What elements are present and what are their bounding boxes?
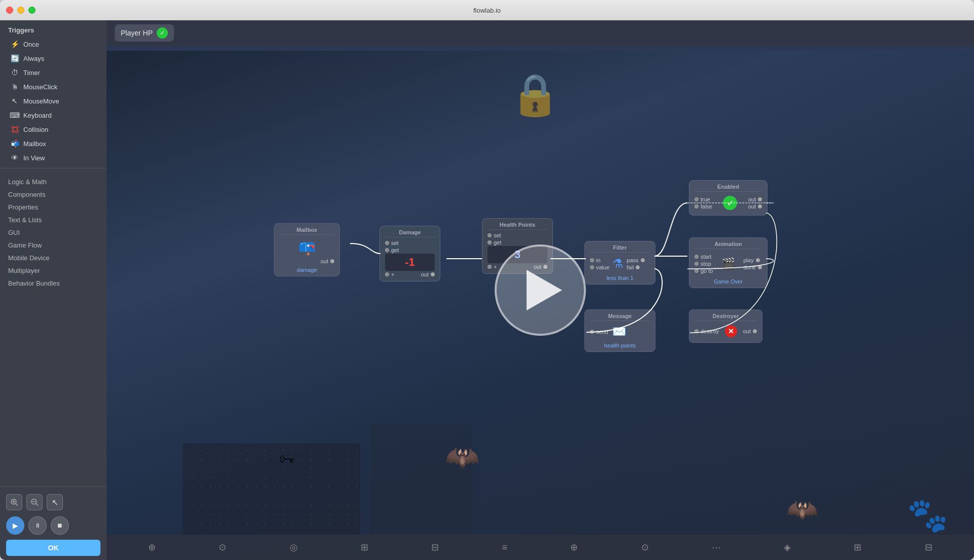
keyboard-icon: ⌨ bbox=[10, 111, 19, 120]
toolbar-icon-4[interactable]: ⊞ bbox=[361, 542, 368, 553]
animation-node[interactable]: Animation start stop bbox=[689, 237, 768, 288]
enabled-check-icon: ✓ bbox=[723, 196, 737, 210]
damage-value: -1 bbox=[385, 254, 435, 271]
filter-in-port: in bbox=[590, 257, 609, 264]
sidebar-cat-mobile-device[interactable]: Mobile Device bbox=[0, 252, 107, 264]
sidebar-item-label-mousemove: MouseMove bbox=[23, 97, 59, 105]
svg-line-5 bbox=[36, 504, 38, 506]
play-overlay-button[interactable] bbox=[495, 244, 586, 336]
maximize-button[interactable] bbox=[28, 7, 36, 14]
sidebar-cat-logic-math[interactable]: Logic & Math bbox=[0, 176, 107, 188]
sidebar-item-once[interactable]: ⚡ Once bbox=[2, 37, 105, 51]
toolbar-icon-6[interactable]: ≡ bbox=[502, 542, 508, 553]
toolbar-icon-8[interactable]: ⊙ bbox=[641, 542, 649, 553]
mousemove-icon: ↖ bbox=[10, 96, 19, 106]
sidebar-item-keyboard[interactable]: ⌨ Keyboard bbox=[2, 108, 105, 122]
mailbox-node-icon: 📪 bbox=[280, 237, 334, 258]
mailbox-label: damage bbox=[280, 267, 334, 273]
sidebar-cat-properties[interactable]: Properties bbox=[0, 201, 107, 214]
toolbar-icon-1[interactable]: ⊕ bbox=[148, 542, 156, 553]
play-overlay-triangle bbox=[527, 270, 562, 310]
mailbox-node-title: Mailbox bbox=[280, 227, 334, 235]
message-node-title: Message bbox=[590, 313, 650, 321]
sidebar-categories: Logic & Math Components Properties Text … bbox=[0, 171, 107, 294]
sidebar-item-label-always: Always bbox=[23, 55, 44, 62]
main-content: Triggers ⚡ Once 🔄 Always ⏱ Timer 🖱 Mouse… bbox=[0, 20, 974, 560]
canvas-area[interactable]: 🔒 🗝 🦇 🦇 🐾 Player HP ✓ bbox=[107, 20, 974, 560]
mailbox-out-dot bbox=[330, 259, 334, 263]
sidebar-cat-gui[interactable]: GUI bbox=[0, 226, 107, 239]
minimize-button[interactable] bbox=[17, 7, 24, 14]
ok-button[interactable]: OK bbox=[6, 540, 100, 556]
toolbar-icon-10[interactable]: ◈ bbox=[784, 542, 791, 553]
sidebar-item-mouseclick[interactable]: 🖱 MouseClick bbox=[2, 80, 105, 94]
zoom-out-button[interactable] bbox=[26, 494, 43, 510]
sidebar-item-mailbox[interactable]: 📬 Mailbox bbox=[2, 136, 105, 151]
enabled-out2-port: out bbox=[748, 203, 762, 210]
always-icon: 🔄 bbox=[10, 54, 19, 63]
play-button[interactable]: ▶ bbox=[6, 516, 24, 535]
sidebar-item-label-inview: In View bbox=[23, 154, 45, 162]
sidebar-item-inview[interactable]: 👁 In View bbox=[2, 151, 105, 165]
sidebar-cat-multiplayer[interactable]: Multiplayer bbox=[0, 264, 107, 277]
toolbar-icon-7[interactable]: ⊕ bbox=[570, 542, 578, 553]
zoom-in-icon bbox=[10, 498, 18, 506]
animation-goto-dot bbox=[694, 269, 699, 273]
node-graph[interactable]: Mailbox 📪 out damage Damage set bbox=[107, 46, 974, 535]
pause-button[interactable]: ⏸ bbox=[28, 516, 47, 535]
cursor-icon[interactable]: ↖ bbox=[47, 494, 63, 510]
sidebar-item-mousemove[interactable]: ↖ MouseMove bbox=[2, 94, 105, 108]
animation-film-icon: 🎬 bbox=[721, 257, 735, 270]
zoom-in-button[interactable] bbox=[6, 494, 22, 510]
toolbar-icon-5[interactable]: ⊟ bbox=[431, 542, 439, 553]
damage-node[interactable]: Damage set get -1 + out bbox=[379, 226, 440, 282]
mouse-icon: 🖱 bbox=[10, 82, 19, 91]
destroyer-x-icon: ✕ bbox=[725, 325, 737, 337]
app-window: flowlab.io Triggers ⚡ Once 🔄 Always ⏱ Ti… bbox=[0, 0, 974, 560]
traffic-lights bbox=[6, 7, 36, 14]
damage-plus-dot bbox=[385, 272, 389, 276]
sidebar-cat-text-lists[interactable]: Text & Lists bbox=[0, 214, 107, 226]
sidebar-item-label-mailbox: Mailbox bbox=[23, 140, 46, 148]
sidebar-cat-components[interactable]: Components bbox=[0, 188, 107, 201]
message-envelope-icon: ✉️ bbox=[612, 325, 626, 338]
sidebar: Triggers ⚡ Once 🔄 Always ⏱ Timer 🖱 Mouse… bbox=[0, 20, 107, 560]
animation-play-dot bbox=[756, 258, 760, 262]
sidebar-item-label-timer: Timer bbox=[23, 69, 40, 77]
filter-fail-port: fail bbox=[627, 264, 644, 271]
animation-start-dot bbox=[694, 255, 699, 259]
toolbar-icon-2[interactable]: ⊙ bbox=[219, 542, 226, 553]
toolbar-icon-3[interactable]: ◎ bbox=[290, 542, 298, 553]
enabled-node[interactable]: Enabled true false ✓ bbox=[689, 180, 768, 216]
animation-done-port: done bbox=[744, 264, 762, 271]
sidebar-cat-game-flow[interactable]: Game Flow bbox=[0, 239, 107, 252]
message-node[interactable]: Message send ✉️ health points bbox=[584, 309, 655, 352]
mailbox-node[interactable]: Mailbox 📪 out damage bbox=[274, 223, 340, 276]
player-hp-badge[interactable]: Player HP ✓ bbox=[115, 24, 174, 42]
close-button[interactable] bbox=[6, 7, 13, 14]
hp-plus-dot bbox=[488, 265, 492, 269]
stop-button[interactable]: ⏹ bbox=[51, 516, 69, 535]
sidebar-item-always[interactable]: 🔄 Always bbox=[2, 51, 105, 65]
player-hp-check: ✓ bbox=[157, 27, 168, 39]
sidebar-cat-behavior-bundles[interactable]: Behavior Bundles bbox=[0, 277, 107, 290]
sidebar-item-collision[interactable]: 💢 Collision bbox=[2, 122, 105, 136]
enabled-false-port: false bbox=[694, 203, 712, 210]
damage-out-port: + out bbox=[385, 271, 435, 278]
titlebar: flowlab.io bbox=[0, 0, 974, 20]
damage-get-port: get bbox=[385, 247, 435, 254]
sidebar-item-label-keyboard: Keyboard bbox=[23, 112, 52, 119]
enabled-out1-dot bbox=[758, 197, 762, 201]
destroyer-node[interactable]: Destroyer destroy ✕ out bbox=[689, 309, 762, 343]
hp-node-title: Health Points bbox=[488, 222, 547, 230]
sidebar-item-timer[interactable]: ⏱ Timer bbox=[2, 65, 105, 80]
toolbar-icon-11[interactable]: ⊞ bbox=[854, 542, 861, 553]
destroyer-out-port: out bbox=[743, 328, 757, 335]
filter-node[interactable]: Filter in value ⚗ bbox=[584, 241, 655, 285]
toolbar-icon-12[interactable]: ⊟ bbox=[925, 542, 932, 553]
toolbar-icon-9[interactable]: ⋯ bbox=[712, 542, 721, 553]
enabled-false-dot bbox=[694, 204, 699, 208]
animation-start-port: start bbox=[694, 253, 713, 260]
canvas-header: Player HP ✓ bbox=[107, 20, 974, 46]
sidebar-divider-1 bbox=[0, 168, 107, 168]
